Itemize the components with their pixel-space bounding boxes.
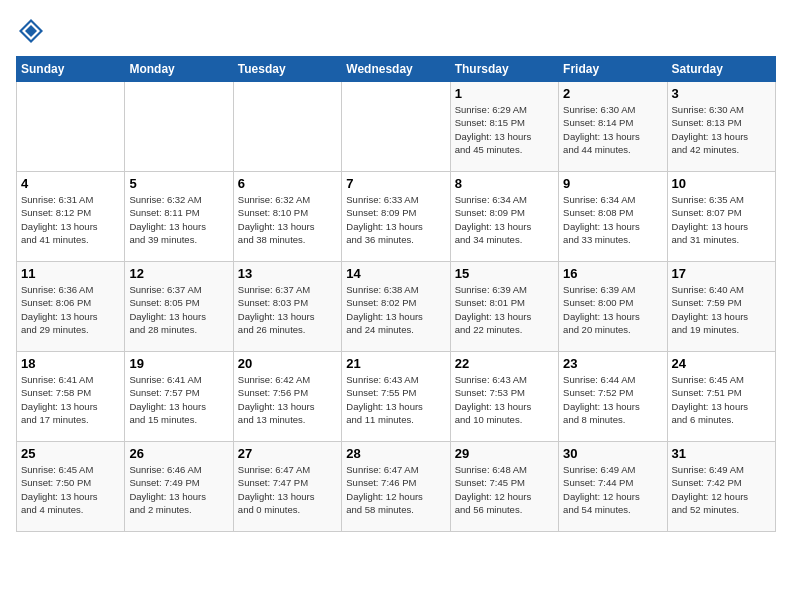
day-cell <box>17 82 125 172</box>
day-info: Sunrise: 6:48 AM Sunset: 7:45 PM Dayligh… <box>455 463 554 516</box>
day-cell: 26Sunrise: 6:46 AM Sunset: 7:49 PM Dayli… <box>125 442 233 532</box>
day-info: Sunrise: 6:35 AM Sunset: 8:07 PM Dayligh… <box>672 193 771 246</box>
day-cell: 30Sunrise: 6:49 AM Sunset: 7:44 PM Dayli… <box>559 442 667 532</box>
day-number: 10 <box>672 176 771 191</box>
day-number: 13 <box>238 266 337 281</box>
day-number: 5 <box>129 176 228 191</box>
header-cell-saturday: Saturday <box>667 57 775 82</box>
week-row-5: 25Sunrise: 6:45 AM Sunset: 7:50 PM Dayli… <box>17 442 776 532</box>
day-number: 1 <box>455 86 554 101</box>
day-info: Sunrise: 6:49 AM Sunset: 7:44 PM Dayligh… <box>563 463 662 516</box>
day-info: Sunrise: 6:30 AM Sunset: 8:13 PM Dayligh… <box>672 103 771 156</box>
day-cell: 11Sunrise: 6:36 AM Sunset: 8:06 PM Dayli… <box>17 262 125 352</box>
day-info: Sunrise: 6:33 AM Sunset: 8:09 PM Dayligh… <box>346 193 445 246</box>
day-cell: 7Sunrise: 6:33 AM Sunset: 8:09 PM Daylig… <box>342 172 450 262</box>
day-number: 19 <box>129 356 228 371</box>
day-number: 4 <box>21 176 120 191</box>
day-info: Sunrise: 6:36 AM Sunset: 8:06 PM Dayligh… <box>21 283 120 336</box>
day-cell: 2Sunrise: 6:30 AM Sunset: 8:14 PM Daylig… <box>559 82 667 172</box>
day-number: 22 <box>455 356 554 371</box>
day-info: Sunrise: 6:38 AM Sunset: 8:02 PM Dayligh… <box>346 283 445 336</box>
day-number: 2 <box>563 86 662 101</box>
day-cell: 20Sunrise: 6:42 AM Sunset: 7:56 PM Dayli… <box>233 352 341 442</box>
header-row: SundayMondayTuesdayWednesdayThursdayFrid… <box>17 57 776 82</box>
day-number: 6 <box>238 176 337 191</box>
day-cell: 27Sunrise: 6:47 AM Sunset: 7:47 PM Dayli… <box>233 442 341 532</box>
day-number: 27 <box>238 446 337 461</box>
day-info: Sunrise: 6:47 AM Sunset: 7:47 PM Dayligh… <box>238 463 337 516</box>
day-cell: 19Sunrise: 6:41 AM Sunset: 7:57 PM Dayli… <box>125 352 233 442</box>
day-number: 7 <box>346 176 445 191</box>
day-cell: 6Sunrise: 6:32 AM Sunset: 8:10 PM Daylig… <box>233 172 341 262</box>
day-number: 21 <box>346 356 445 371</box>
day-cell: 9Sunrise: 6:34 AM Sunset: 8:08 PM Daylig… <box>559 172 667 262</box>
day-cell: 13Sunrise: 6:37 AM Sunset: 8:03 PM Dayli… <box>233 262 341 352</box>
day-cell: 22Sunrise: 6:43 AM Sunset: 7:53 PM Dayli… <box>450 352 558 442</box>
day-info: Sunrise: 6:37 AM Sunset: 8:03 PM Dayligh… <box>238 283 337 336</box>
day-info: Sunrise: 6:42 AM Sunset: 7:56 PM Dayligh… <box>238 373 337 426</box>
day-cell <box>342 82 450 172</box>
page-header <box>16 16 776 46</box>
day-info: Sunrise: 6:34 AM Sunset: 8:08 PM Dayligh… <box>563 193 662 246</box>
week-row-4: 18Sunrise: 6:41 AM Sunset: 7:58 PM Dayli… <box>17 352 776 442</box>
day-number: 8 <box>455 176 554 191</box>
week-row-1: 1Sunrise: 6:29 AM Sunset: 8:15 PM Daylig… <box>17 82 776 172</box>
day-cell: 17Sunrise: 6:40 AM Sunset: 7:59 PM Dayli… <box>667 262 775 352</box>
day-info: Sunrise: 6:41 AM Sunset: 7:57 PM Dayligh… <box>129 373 228 426</box>
day-number: 15 <box>455 266 554 281</box>
day-number: 30 <box>563 446 662 461</box>
header-cell-thursday: Thursday <box>450 57 558 82</box>
day-number: 29 <box>455 446 554 461</box>
day-number: 12 <box>129 266 228 281</box>
day-info: Sunrise: 6:34 AM Sunset: 8:09 PM Dayligh… <box>455 193 554 246</box>
day-cell: 23Sunrise: 6:44 AM Sunset: 7:52 PM Dayli… <box>559 352 667 442</box>
day-cell: 28Sunrise: 6:47 AM Sunset: 7:46 PM Dayli… <box>342 442 450 532</box>
day-info: Sunrise: 6:45 AM Sunset: 7:51 PM Dayligh… <box>672 373 771 426</box>
day-number: 14 <box>346 266 445 281</box>
day-number: 18 <box>21 356 120 371</box>
header-cell-wednesday: Wednesday <box>342 57 450 82</box>
day-info: Sunrise: 6:32 AM Sunset: 8:11 PM Dayligh… <box>129 193 228 246</box>
day-number: 17 <box>672 266 771 281</box>
day-cell: 8Sunrise: 6:34 AM Sunset: 8:09 PM Daylig… <box>450 172 558 262</box>
day-cell: 18Sunrise: 6:41 AM Sunset: 7:58 PM Dayli… <box>17 352 125 442</box>
day-cell: 10Sunrise: 6:35 AM Sunset: 8:07 PM Dayli… <box>667 172 775 262</box>
day-info: Sunrise: 6:43 AM Sunset: 7:53 PM Dayligh… <box>455 373 554 426</box>
day-cell: 29Sunrise: 6:48 AM Sunset: 7:45 PM Dayli… <box>450 442 558 532</box>
day-info: Sunrise: 6:44 AM Sunset: 7:52 PM Dayligh… <box>563 373 662 426</box>
day-info: Sunrise: 6:31 AM Sunset: 8:12 PM Dayligh… <box>21 193 120 246</box>
week-row-3: 11Sunrise: 6:36 AM Sunset: 8:06 PM Dayli… <box>17 262 776 352</box>
day-cell: 5Sunrise: 6:32 AM Sunset: 8:11 PM Daylig… <box>125 172 233 262</box>
logo-icon <box>16 16 46 46</box>
day-cell: 12Sunrise: 6:37 AM Sunset: 8:05 PM Dayli… <box>125 262 233 352</box>
day-number: 11 <box>21 266 120 281</box>
day-cell: 21Sunrise: 6:43 AM Sunset: 7:55 PM Dayli… <box>342 352 450 442</box>
day-cell: 1Sunrise: 6:29 AM Sunset: 8:15 PM Daylig… <box>450 82 558 172</box>
day-info: Sunrise: 6:29 AM Sunset: 8:15 PM Dayligh… <box>455 103 554 156</box>
day-cell: 25Sunrise: 6:45 AM Sunset: 7:50 PM Dayli… <box>17 442 125 532</box>
day-number: 23 <box>563 356 662 371</box>
day-cell <box>125 82 233 172</box>
day-number: 3 <box>672 86 771 101</box>
day-cell: 3Sunrise: 6:30 AM Sunset: 8:13 PM Daylig… <box>667 82 775 172</box>
day-info: Sunrise: 6:49 AM Sunset: 7:42 PM Dayligh… <box>672 463 771 516</box>
day-info: Sunrise: 6:46 AM Sunset: 7:49 PM Dayligh… <box>129 463 228 516</box>
day-info: Sunrise: 6:30 AM Sunset: 8:14 PM Dayligh… <box>563 103 662 156</box>
header-cell-monday: Monday <box>125 57 233 82</box>
day-number: 20 <box>238 356 337 371</box>
day-info: Sunrise: 6:39 AM Sunset: 8:01 PM Dayligh… <box>455 283 554 336</box>
day-cell <box>233 82 341 172</box>
day-info: Sunrise: 6:43 AM Sunset: 7:55 PM Dayligh… <box>346 373 445 426</box>
header-cell-friday: Friday <box>559 57 667 82</box>
day-number: 24 <box>672 356 771 371</box>
day-number: 26 <box>129 446 228 461</box>
header-cell-sunday: Sunday <box>17 57 125 82</box>
day-number: 25 <box>21 446 120 461</box>
day-cell: 24Sunrise: 6:45 AM Sunset: 7:51 PM Dayli… <box>667 352 775 442</box>
day-number: 31 <box>672 446 771 461</box>
day-number: 9 <box>563 176 662 191</box>
day-number: 16 <box>563 266 662 281</box>
header-cell-tuesday: Tuesday <box>233 57 341 82</box>
day-info: Sunrise: 6:41 AM Sunset: 7:58 PM Dayligh… <box>21 373 120 426</box>
calendar-table: SundayMondayTuesdayWednesdayThursdayFrid… <box>16 56 776 532</box>
